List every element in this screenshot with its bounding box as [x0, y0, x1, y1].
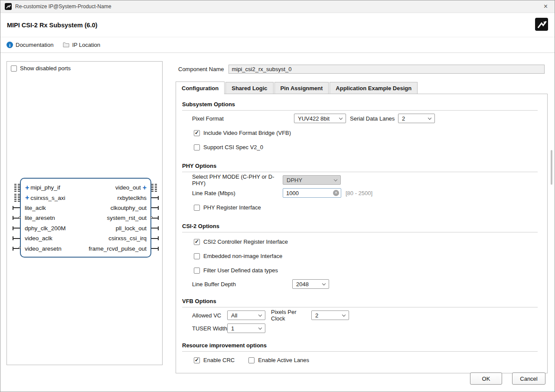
page-title: MIPI CSI-2 Rx Subsystem (6.0): [7, 22, 98, 29]
expand-port-icon[interactable]: +: [25, 184, 29, 191]
interface-pin-icon: [14, 184, 20, 192]
line-rate-field: ×: [283, 188, 341, 198]
allowed-vc-select[interactable]: All: [227, 310, 265, 320]
recustomize-ip-dialog: Re-customize IP@System-Product-Name × MI…: [0, 0, 555, 392]
window-title: Re-customize IP@System-Product-Name: [15, 3, 111, 10]
phy-mode-select: DPHY: [283, 175, 341, 185]
include-vfb-label: Include Video Format Bridge (VFB): [203, 130, 291, 136]
documentation-link[interactable]: i Documentation: [7, 42, 53, 48]
divider: [182, 172, 538, 172]
ip-block[interactable]: +mipi_phy_if+csirxss_s_axilite_aclklite_…: [20, 178, 151, 258]
vendor-logo-icon: [535, 18, 548, 33]
port-label: video_aresetn: [25, 245, 62, 252]
chevron-down-icon: [258, 326, 262, 329]
component-name-label: Component Name: [178, 66, 224, 72]
folder-icon: [63, 42, 69, 49]
clear-icon[interactable]: ×: [333, 190, 339, 196]
cancel-button[interactable]: Cancel: [512, 372, 545, 385]
support-csi-checkbox[interactable]: [194, 144, 200, 150]
tuser-width-select[interactable]: 1: [227, 323, 265, 333]
port-video_aresetn[interactable]: video_aresetn: [25, 243, 66, 253]
port-video_aclk[interactable]: video_aclk: [25, 233, 66, 243]
include-vfb-checkbox[interactable]: [194, 130, 200, 136]
port-lite_aresetn[interactable]: lite_aresetn: [25, 213, 66, 223]
section-vfb-options: VFB Options: [182, 298, 538, 304]
ok-button[interactable]: OK: [470, 372, 502, 385]
port-clkoutphy_out[interactable]: clkoutphy_out: [111, 203, 147, 213]
scrollbar-thumb[interactable]: [551, 150, 552, 185]
pin-wire-icon: [13, 248, 20, 249]
port-csirxss_csi_irq[interactable]: csirxss_csi_irq: [108, 233, 147, 243]
pin-wire-icon: [151, 207, 158, 208]
port-system_rst_out[interactable]: system_rst_out: [107, 213, 147, 223]
port-label: rxbyteclkhs: [117, 195, 147, 201]
pin-wire-icon: [151, 238, 158, 239]
pin-wire-icon: [151, 218, 158, 219]
port-label: frame_rcvd_pulse_out: [88, 245, 147, 252]
tab-configuration[interactable]: Configuration: [176, 82, 225, 94]
port-label: mipi_phy_if: [30, 184, 60, 191]
line-rate-input[interactable]: [283, 188, 341, 198]
doc-toolbar: i Documentation IP Location: [0, 37, 555, 53]
pixel-format-select[interactable]: YUV422 8bit: [294, 114, 346, 123]
phy-mode-value: DPHY: [287, 177, 302, 183]
show-disabled-ports-checkbox[interactable]: [11, 65, 17, 72]
component-name-input[interactable]: [229, 65, 545, 74]
expand-port-icon[interactable]: +: [143, 184, 147, 191]
port-video_out[interactable]: video_out+: [115, 183, 147, 193]
embedded-row: Embedded non-image Interface: [194, 251, 547, 261]
enable-active-lanes-label: Enable Active Lanes: [258, 357, 309, 363]
chevron-down-icon: [428, 116, 431, 119]
port-label: csirxss_s_axi: [30, 195, 65, 201]
pin-wire-icon: [13, 238, 20, 239]
phy-mode-row: Select PHY MODE (C-PHY or D-PHY) DPHY: [192, 175, 547, 185]
section-csi2-options: CSI-2 Options: [182, 223, 538, 229]
tuser-width-value: 1: [231, 325, 234, 332]
port-mipi_phy_if[interactable]: +mipi_phy_if: [25, 183, 66, 193]
tab-pin-assignment[interactable]: Pin Assignment: [274, 82, 329, 94]
port-pll_lock_out[interactable]: pll_lock_out: [116, 223, 147, 233]
component-name-row: Component Name: [178, 65, 548, 74]
port-label: pll_lock_out: [116, 225, 147, 232]
close-icon[interactable]: ×: [541, 3, 550, 10]
allowed-vc-value: All: [231, 312, 237, 319]
enable-active-lanes-checkbox[interactable]: [248, 357, 255, 363]
csi2-controller-label: CSI2 Controller Register Interface: [203, 238, 288, 245]
left-ports: +mipi_phy_if+csirxss_s_axilite_aclklite_…: [25, 183, 66, 254]
interface-pin-icon: [14, 194, 20, 202]
port-frame_rcvd_pulse_out[interactable]: frame_rcvd_pulse_out: [88, 243, 147, 253]
tab-shared-logic[interactable]: Shared Logic: [225, 82, 273, 94]
tab-strip: ConfigurationShared LogicPin AssignmentA…: [176, 82, 548, 94]
filter-checkbox[interactable]: [194, 268, 200, 274]
chevron-down-icon: [339, 116, 343, 119]
ip-location-label: IP Location: [72, 42, 100, 48]
interface-pin-icon: [151, 184, 157, 192]
title-bar: Re-customize IP@System-Product-Name ×: [0, 0, 555, 13]
phy-register-row: PHY Register Interface: [194, 203, 547, 212]
port-lite_aclk[interactable]: lite_aclk: [25, 203, 66, 213]
pixels-per-clock-select[interactable]: 2: [311, 310, 349, 320]
support-csi-label: Support CSI Spec V2_0: [203, 144, 263, 150]
embedded-label: Embedded non-image Interface: [203, 253, 282, 259]
port-dphy_clk_200M[interactable]: dphy_clk_200M: [25, 223, 66, 233]
section-phy-options: PHY Options: [182, 163, 538, 169]
enable-crc-label: Enable CRC: [203, 357, 235, 363]
configuration-tab-panel: Subsystem Options Pixel Format YUV422 8b…: [176, 94, 548, 373]
port-label: video_aclk: [25, 235, 52, 242]
line-rate-label: Line Rate (Mbps): [192, 190, 283, 196]
line-buffer-select[interactable]: 2048: [292, 279, 329, 289]
expand-port-icon[interactable]: +: [25, 194, 29, 201]
csi2-controller-checkbox[interactable]: [194, 239, 200, 245]
ip-location-link[interactable]: IP Location: [63, 42, 100, 49]
csi2-controller-row: CSI2 Controller Register Interface: [194, 237, 547, 247]
tab-application-example-design[interactable]: Application Example Design: [330, 82, 418, 94]
embedded-checkbox[interactable]: [194, 253, 200, 259]
enable-crc-checkbox[interactable]: [194, 357, 200, 363]
port-csirxss_s_axi[interactable]: +csirxss_s_axi: [25, 193, 66, 203]
pixels-per-clock-value: 2: [315, 312, 318, 319]
phy-register-checkbox[interactable]: [194, 205, 200, 211]
line-rate-range: [80 - 2500]: [346, 190, 372, 196]
serial-data-lanes-select[interactable]: 2: [398, 114, 435, 123]
port-rxbyteclkhs[interactable]: rxbyteclkhs: [117, 193, 147, 203]
section-subsystem-options: Subsystem Options: [182, 101, 538, 108]
